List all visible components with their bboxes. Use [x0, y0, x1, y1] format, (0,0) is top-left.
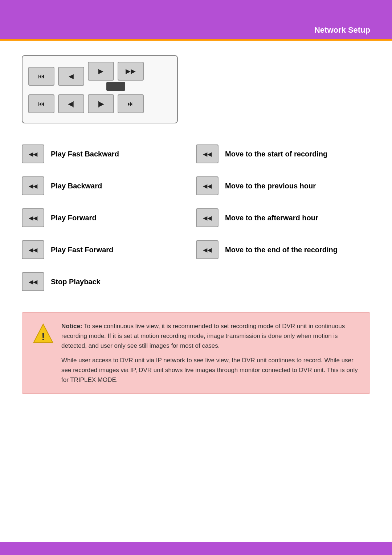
- icon-end-recording: ◀◀: [196, 240, 219, 259]
- icon-play-forward: ◀◀: [22, 208, 44, 227]
- btn-row-end-recording: ◀◀ Move to the end of the recording: [196, 234, 370, 266]
- btn-row-play-forward: ◀◀ Play Forward: [22, 202, 196, 234]
- label-start-recording: Move to the start of recording: [225, 150, 327, 158]
- label-play-forward: Play Forward: [51, 214, 97, 222]
- btn-row-play-fast-backward: ◀◀ Play Fast Backward: [22, 138, 196, 170]
- label-play-backward: Play Backward: [51, 182, 102, 190]
- icon-start-recording: ◀◀: [196, 144, 219, 163]
- btn-row-stop-playback: ◀◀ Stop Playback: [22, 266, 196, 298]
- notice-box: ! Notice: To see continuous live view, i…: [22, 312, 370, 394]
- btn-row-play-backward: ◀◀ Play Backward: [22, 170, 196, 202]
- remote-btn-fast-forward[interactable]: ▶▶: [118, 62, 144, 81]
- label-prev-hour: Move to the previous hour: [225, 182, 316, 190]
- header: Network Setup: [0, 0, 392, 39]
- remote-btn-next-frame[interactable]: |▶: [88, 94, 114, 113]
- remote-btn-play[interactable]: ▶: [88, 62, 114, 81]
- label-afterward-hour: Move to the afterward hour: [225, 214, 318, 222]
- btn-row-empty: [196, 266, 370, 298]
- remote-btn-stop[interactable]: [106, 82, 125, 91]
- remote-btn-goto-end[interactable]: ⏭: [118, 94, 144, 113]
- button-description-list: ◀◀ Play Fast Backward ◀◀ Move to the sta…: [22, 138, 370, 298]
- remote-row-2: ⏮ ◀| |▶ ⏭: [28, 94, 171, 113]
- notice-paragraph-2: While user access to DVR unit via IP net…: [61, 355, 360, 385]
- remote-control-panel: ⏮ ◀ ▶ ▶▶ ⏮ ◀| |▶ ⏭: [22, 55, 178, 123]
- icon-play-fast-forward: ◀◀: [22, 240, 44, 259]
- remote-btn-fast-backward[interactable]: ⏮: [28, 67, 54, 86]
- notice-bold-prefix: Notice:: [61, 323, 82, 330]
- btn-row-play-fast-forward: ◀◀ Play Fast Forward: [22, 234, 196, 266]
- icon-prev-hour: ◀◀: [196, 176, 219, 195]
- main-content: ⏮ ◀ ▶ ▶▶ ⏮ ◀| |▶ ⏭ ◀◀ Play Fast Backwa: [0, 41, 392, 408]
- notice-text-block: Notice: To see continuous live view, it …: [61, 321, 360, 385]
- remote-btn-prev-frame[interactable]: ◀|: [58, 94, 84, 113]
- page-title: Network Setup: [314, 25, 370, 35]
- remote-row-1: ⏮ ◀ ▶ ▶▶: [28, 62, 171, 91]
- remote-btn-goto-start[interactable]: ⏮: [28, 94, 54, 113]
- remote-btn-backward[interactable]: ◀: [58, 67, 84, 86]
- label-stop-playback: Stop Playback: [51, 278, 101, 286]
- btn-row-prev-hour: ◀◀ Move to the previous hour: [196, 170, 370, 202]
- footer-bar: [0, 542, 392, 555]
- label-play-fast-backward: Play Fast Backward: [51, 150, 119, 158]
- svg-text:!: !: [41, 330, 45, 342]
- label-end-recording: Move to the end of the recording: [225, 246, 338, 254]
- icon-play-fast-backward: ◀◀: [22, 144, 44, 163]
- warning-icon: !: [32, 323, 54, 344]
- icon-stop-playback: ◀◀: [22, 272, 44, 291]
- btn-row-afterward-hour: ◀◀ Move to the afterward hour: [196, 202, 370, 234]
- notice-paragraph-1-text: To see continuous live view, it is recom…: [61, 323, 345, 349]
- label-play-fast-forward: Play Fast Forward: [51, 246, 113, 254]
- btn-row-start-recording: ◀◀ Move to the start of recording: [196, 138, 370, 170]
- icon-afterward-hour: ◀◀: [196, 208, 219, 227]
- notice-paragraph-1: Notice: To see continuous live view, it …: [61, 321, 360, 351]
- icon-play-backward: ◀◀: [22, 176, 44, 195]
